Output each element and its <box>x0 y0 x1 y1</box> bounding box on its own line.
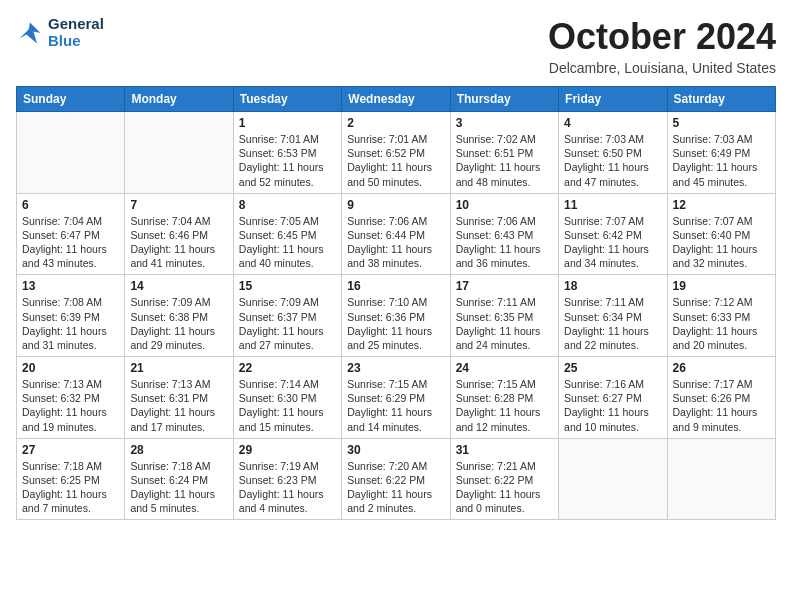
day-number: 11 <box>564 198 661 212</box>
calendar-day-cell: 6Sunrise: 7:04 AM Sunset: 6:47 PM Daylig… <box>17 193 125 275</box>
day-info: Sunrise: 7:11 AM Sunset: 6:35 PM Dayligh… <box>456 295 553 352</box>
day-info: Sunrise: 7:02 AM Sunset: 6:51 PM Dayligh… <box>456 132 553 189</box>
calendar-table: SundayMondayTuesdayWednesdayThursdayFrid… <box>16 86 776 520</box>
calendar-day-cell: 3Sunrise: 7:02 AM Sunset: 6:51 PM Daylig… <box>450 112 558 194</box>
day-info: Sunrise: 7:13 AM Sunset: 6:32 PM Dayligh… <box>22 377 119 434</box>
calendar-day-cell: 26Sunrise: 7:17 AM Sunset: 6:26 PM Dayli… <box>667 357 775 439</box>
day-number: 14 <box>130 279 227 293</box>
logo-text: General Blue <box>48 16 104 49</box>
calendar-day-cell: 12Sunrise: 7:07 AM Sunset: 6:40 PM Dayli… <box>667 193 775 275</box>
day-number: 28 <box>130 443 227 457</box>
day-info: Sunrise: 7:13 AM Sunset: 6:31 PM Dayligh… <box>130 377 227 434</box>
calendar-week-row: 13Sunrise: 7:08 AM Sunset: 6:39 PM Dayli… <box>17 275 776 357</box>
day-info: Sunrise: 7:07 AM Sunset: 6:40 PM Dayligh… <box>673 214 770 271</box>
day-number: 27 <box>22 443 119 457</box>
day-info: Sunrise: 7:03 AM Sunset: 6:49 PM Dayligh… <box>673 132 770 189</box>
day-number: 24 <box>456 361 553 375</box>
title-block: October 2024 Delcambre, Louisiana, Unite… <box>548 16 776 76</box>
day-number: 23 <box>347 361 444 375</box>
day-of-week-header: Thursday <box>450 87 558 112</box>
calendar-week-row: 27Sunrise: 7:18 AM Sunset: 6:25 PM Dayli… <box>17 438 776 520</box>
day-info: Sunrise: 7:03 AM Sunset: 6:50 PM Dayligh… <box>564 132 661 189</box>
calendar-day-cell <box>559 438 667 520</box>
calendar-week-row: 1Sunrise: 7:01 AM Sunset: 6:53 PM Daylig… <box>17 112 776 194</box>
location: Delcambre, Louisiana, United States <box>548 60 776 76</box>
calendar-week-row: 20Sunrise: 7:13 AM Sunset: 6:32 PM Dayli… <box>17 357 776 439</box>
calendar-day-cell: 7Sunrise: 7:04 AM Sunset: 6:46 PM Daylig… <box>125 193 233 275</box>
day-info: Sunrise: 7:21 AM Sunset: 6:22 PM Dayligh… <box>456 459 553 516</box>
calendar-day-cell: 9Sunrise: 7:06 AM Sunset: 6:44 PM Daylig… <box>342 193 450 275</box>
day-info: Sunrise: 7:09 AM Sunset: 6:37 PM Dayligh… <box>239 295 336 352</box>
day-info: Sunrise: 7:04 AM Sunset: 6:47 PM Dayligh… <box>22 214 119 271</box>
day-number: 1 <box>239 116 336 130</box>
calendar-day-cell: 17Sunrise: 7:11 AM Sunset: 6:35 PM Dayli… <box>450 275 558 357</box>
day-of-week-header: Monday <box>125 87 233 112</box>
day-of-week-header: Saturday <box>667 87 775 112</box>
day-number: 15 <box>239 279 336 293</box>
day-number: 4 <box>564 116 661 130</box>
calendar-day-cell: 13Sunrise: 7:08 AM Sunset: 6:39 PM Dayli… <box>17 275 125 357</box>
day-info: Sunrise: 7:20 AM Sunset: 6:22 PM Dayligh… <box>347 459 444 516</box>
day-number: 21 <box>130 361 227 375</box>
day-number: 26 <box>673 361 770 375</box>
day-number: 7 <box>130 198 227 212</box>
day-number: 10 <box>456 198 553 212</box>
calendar-day-cell: 31Sunrise: 7:21 AM Sunset: 6:22 PM Dayli… <box>450 438 558 520</box>
logo-bird-icon <box>16 19 44 47</box>
day-number: 18 <box>564 279 661 293</box>
day-info: Sunrise: 7:15 AM Sunset: 6:29 PM Dayligh… <box>347 377 444 434</box>
calendar-day-cell: 23Sunrise: 7:15 AM Sunset: 6:29 PM Dayli… <box>342 357 450 439</box>
day-info: Sunrise: 7:18 AM Sunset: 6:24 PM Dayligh… <box>130 459 227 516</box>
calendar-day-cell: 30Sunrise: 7:20 AM Sunset: 6:22 PM Dayli… <box>342 438 450 520</box>
day-of-week-header: Friday <box>559 87 667 112</box>
day-number: 29 <box>239 443 336 457</box>
day-info: Sunrise: 7:01 AM Sunset: 6:53 PM Dayligh… <box>239 132 336 189</box>
month-title: October 2024 <box>548 16 776 58</box>
day-number: 6 <box>22 198 119 212</box>
calendar-day-cell: 10Sunrise: 7:06 AM Sunset: 6:43 PM Dayli… <box>450 193 558 275</box>
day-info: Sunrise: 7:12 AM Sunset: 6:33 PM Dayligh… <box>673 295 770 352</box>
calendar-day-cell: 16Sunrise: 7:10 AM Sunset: 6:36 PM Dayli… <box>342 275 450 357</box>
day-info: Sunrise: 7:05 AM Sunset: 6:45 PM Dayligh… <box>239 214 336 271</box>
day-number: 3 <box>456 116 553 130</box>
day-number: 12 <box>673 198 770 212</box>
day-info: Sunrise: 7:17 AM Sunset: 6:26 PM Dayligh… <box>673 377 770 434</box>
day-info: Sunrise: 7:11 AM Sunset: 6:34 PM Dayligh… <box>564 295 661 352</box>
day-info: Sunrise: 7:06 AM Sunset: 6:43 PM Dayligh… <box>456 214 553 271</box>
day-info: Sunrise: 7:16 AM Sunset: 6:27 PM Dayligh… <box>564 377 661 434</box>
calendar-week-row: 6Sunrise: 7:04 AM Sunset: 6:47 PM Daylig… <box>17 193 776 275</box>
calendar-day-cell: 1Sunrise: 7:01 AM Sunset: 6:53 PM Daylig… <box>233 112 341 194</box>
calendar-day-cell: 15Sunrise: 7:09 AM Sunset: 6:37 PM Dayli… <box>233 275 341 357</box>
day-info: Sunrise: 7:19 AM Sunset: 6:23 PM Dayligh… <box>239 459 336 516</box>
day-number: 19 <box>673 279 770 293</box>
day-number: 30 <box>347 443 444 457</box>
day-number: 9 <box>347 198 444 212</box>
calendar-day-cell: 11Sunrise: 7:07 AM Sunset: 6:42 PM Dayli… <box>559 193 667 275</box>
day-info: Sunrise: 7:14 AM Sunset: 6:30 PM Dayligh… <box>239 377 336 434</box>
day-of-week-header: Tuesday <box>233 87 341 112</box>
logo-general: General <box>48 16 104 33</box>
calendar-day-cell: 8Sunrise: 7:05 AM Sunset: 6:45 PM Daylig… <box>233 193 341 275</box>
day-of-week-header: Sunday <box>17 87 125 112</box>
calendar-day-cell: 28Sunrise: 7:18 AM Sunset: 6:24 PM Dayli… <box>125 438 233 520</box>
day-info: Sunrise: 7:09 AM Sunset: 6:38 PM Dayligh… <box>130 295 227 352</box>
calendar-day-cell: 4Sunrise: 7:03 AM Sunset: 6:50 PM Daylig… <box>559 112 667 194</box>
day-number: 2 <box>347 116 444 130</box>
calendar-day-cell <box>17 112 125 194</box>
calendar-day-cell <box>125 112 233 194</box>
day-number: 22 <box>239 361 336 375</box>
day-number: 20 <box>22 361 119 375</box>
calendar-day-cell: 5Sunrise: 7:03 AM Sunset: 6:49 PM Daylig… <box>667 112 775 194</box>
day-info: Sunrise: 7:10 AM Sunset: 6:36 PM Dayligh… <box>347 295 444 352</box>
svg-marker-0 <box>20 22 41 43</box>
day-number: 13 <box>22 279 119 293</box>
day-info: Sunrise: 7:18 AM Sunset: 6:25 PM Dayligh… <box>22 459 119 516</box>
day-number: 25 <box>564 361 661 375</box>
calendar-day-cell: 21Sunrise: 7:13 AM Sunset: 6:31 PM Dayli… <box>125 357 233 439</box>
day-number: 16 <box>347 279 444 293</box>
day-number: 31 <box>456 443 553 457</box>
day-info: Sunrise: 7:01 AM Sunset: 6:52 PM Dayligh… <box>347 132 444 189</box>
calendar-day-cell: 14Sunrise: 7:09 AM Sunset: 6:38 PM Dayli… <box>125 275 233 357</box>
day-of-week-header: Wednesday <box>342 87 450 112</box>
day-number: 5 <box>673 116 770 130</box>
